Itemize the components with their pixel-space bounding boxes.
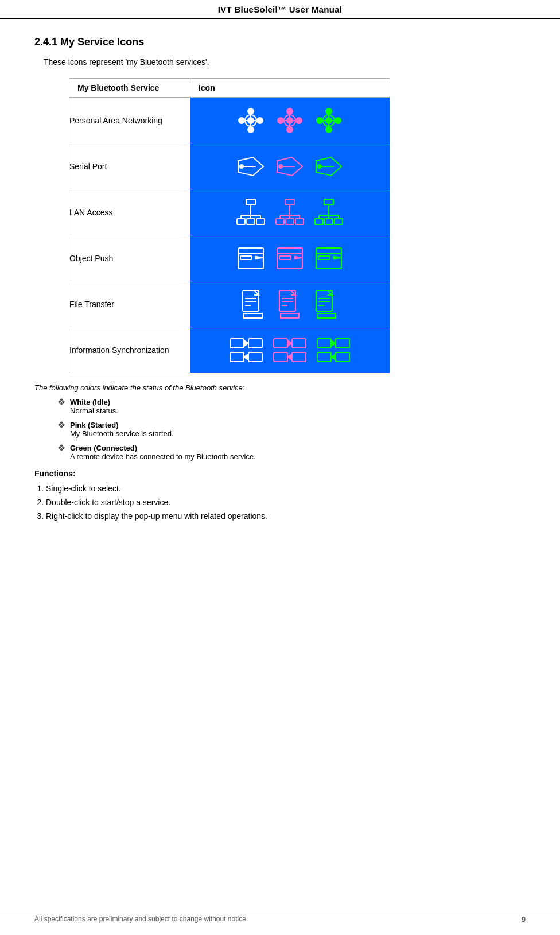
svg-point-22: [317, 118, 322, 123]
svg-rect-97: [230, 352, 244, 362]
svg-marker-77: [333, 256, 341, 259]
infosync-icon-pink: [273, 336, 307, 364]
svg-point-14: [287, 108, 293, 114]
table-row: File Transfer: [69, 281, 390, 327]
service-table: My Bluetooth Service Icon Personal Area …: [69, 78, 390, 373]
svg-rect-113: [317, 352, 331, 362]
lan-icon-pink: [275, 198, 305, 227]
svg-point-38: [318, 165, 321, 168]
page-footer: All specifications are preliminary and s…: [0, 910, 560, 924]
footer-note: All specifications are preliminary and s…: [34, 915, 248, 924]
list-item-green: ❖ Green (Connected) A remote device has …: [57, 444, 526, 461]
serial-icon-white: [236, 155, 266, 178]
infosync-icon-green: [316, 336, 351, 364]
svg-rect-68: [240, 256, 252, 259]
col-service: My Bluetooth Service: [69, 79, 190, 98]
svg-rect-50: [286, 219, 294, 224]
bullet-icon: ❖: [57, 420, 65, 430]
icon-row-objpush: [190, 245, 390, 272]
header-title: IVT BlueSoleil™ User Manual: [218, 5, 342, 14]
svg-point-25: [326, 127, 332, 133]
svg-rect-94: [248, 339, 262, 348]
service-name-serial: Serial Port: [69, 143, 190, 189]
functions-list: Single-click to select. Double-click to …: [46, 484, 526, 521]
svg-marker-69: [255, 256, 263, 259]
objpush-icon-green: [314, 245, 344, 272]
section-title: 2.4.1 My Service Icons: [34, 36, 526, 48]
svg-rect-39: [246, 199, 255, 205]
svg-point-32: [240, 165, 243, 168]
table-row: Information Synchronization: [69, 327, 390, 373]
table-row: Serial Port: [69, 143, 390, 189]
svg-rect-101: [274, 339, 287, 348]
svg-rect-51: [295, 219, 304, 224]
svg-rect-48: [285, 199, 294, 205]
functions-header: Functions:: [34, 469, 526, 478]
objpush-icon-pink: [275, 245, 305, 272]
icon-row-filetrans: [190, 289, 390, 319]
icon-cell-objpush: [190, 235, 390, 281]
svg-point-12: [278, 118, 283, 123]
svg-rect-114: [336, 352, 349, 362]
svg-rect-41: [247, 219, 255, 224]
svg-point-23: [335, 118, 341, 123]
svg-point-5: [248, 127, 254, 133]
svg-point-24: [326, 108, 332, 114]
svg-rect-93: [230, 339, 244, 348]
svg-rect-78: [243, 290, 259, 311]
svg-rect-110: [336, 339, 349, 348]
svg-marker-82: [244, 313, 262, 318]
icon-cell-serial: [190, 143, 390, 189]
filetrans-icon-pink: [276, 289, 304, 319]
service-name-filetrans: File Transfer: [69, 281, 190, 327]
list-item-pink: ❖ Pink (Started) My Bluetooth service is…: [57, 421, 526, 438]
svg-point-4: [248, 108, 254, 114]
svg-rect-60: [335, 219, 343, 224]
svg-rect-109: [317, 339, 331, 348]
colors-intro: The following colors indicate the status…: [34, 383, 526, 392]
function-item-3: Right-click to display the pop-up menu w…: [46, 511, 526, 521]
svg-rect-59: [325, 219, 333, 224]
svg-marker-87: [281, 313, 299, 318]
svg-marker-73: [294, 256, 302, 259]
function-item-1: Single-click to select.: [46, 484, 526, 493]
svg-point-1: [248, 118, 254, 123]
svg-point-15: [287, 127, 293, 133]
bullet-icon: ❖: [57, 397, 65, 408]
service-name-pan: Personal Area Networking: [69, 98, 190, 143]
pan-icon-pink: [275, 106, 305, 135]
svg-rect-57: [324, 199, 333, 205]
icon-row-infosync: [190, 336, 390, 364]
pan-icon-green: [314, 106, 344, 135]
serial-icon-pink: [275, 155, 305, 178]
svg-rect-76: [318, 256, 330, 259]
svg-point-13: [296, 118, 302, 123]
infosync-icon-white: [229, 336, 263, 364]
icon-cell-pan: [190, 98, 390, 143]
lan-icon-green: [314, 198, 344, 227]
svg-rect-88: [316, 290, 332, 311]
svg-rect-106: [292, 352, 306, 362]
svg-point-11: [287, 118, 293, 123]
page-content: 2.4.1 My Service Icons These icons repre…: [0, 19, 560, 521]
service-name-objpush: Object Push: [69, 235, 190, 281]
icon-cell-lan: [190, 189, 390, 235]
lan-icon-white: [236, 198, 266, 227]
page-number: 9: [522, 915, 526, 924]
svg-rect-83: [279, 290, 295, 311]
icon-cell-filetrans: [190, 281, 390, 327]
svg-point-35: [279, 165, 282, 168]
filetrans-icon-green: [313, 289, 340, 319]
page-header: IVT BlueSoleil™ User Manual: [0, 0, 560, 19]
svg-rect-102: [292, 339, 306, 348]
svg-rect-49: [276, 219, 284, 224]
colors-list: ❖ White (Idle) Normal status. ❖ Pink (St…: [57, 398, 526, 461]
table-row: LAN Access: [69, 189, 390, 235]
intro-text: These icons represent 'my Bluetooth serv…: [44, 57, 526, 67]
pan-icon-white: [236, 106, 266, 135]
icon-row-lan: [190, 198, 390, 227]
service-name-infosync: Information Synchronization: [69, 327, 190, 373]
svg-rect-40: [237, 219, 245, 224]
serial-icon-green: [314, 155, 344, 178]
col-icon: Icon: [190, 79, 390, 98]
